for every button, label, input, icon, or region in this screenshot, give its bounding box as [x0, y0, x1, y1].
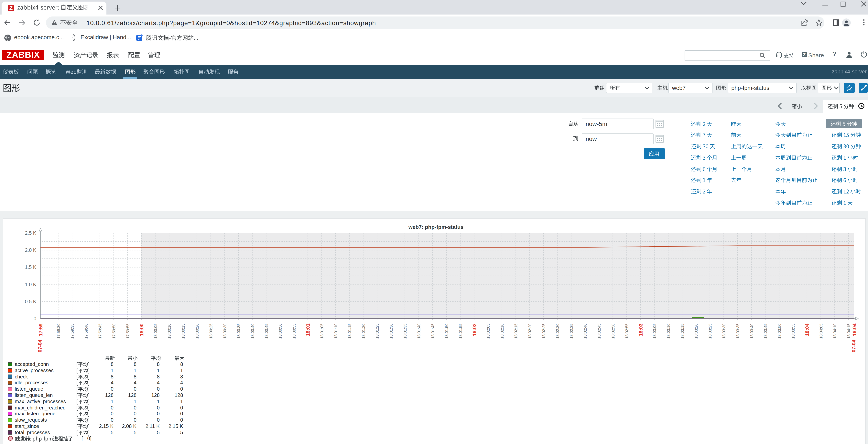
svg-text:18:02:15: 18:02:15: [514, 323, 518, 339]
svg-text:18:02: 18:02: [471, 323, 477, 336]
svg-text:18:00:50: 18:00:50: [278, 323, 282, 339]
svg-text:18:00:20: 18:00:20: [195, 323, 199, 339]
svg-text:1.5 K: 1.5 K: [25, 264, 36, 270]
svg-text:18:03:45: 18:03:45: [763, 323, 768, 339]
svg-text:18:02:40: 18:02:40: [583, 323, 587, 339]
svg-text:18:04:05: 18:04:05: [819, 323, 823, 339]
svg-text:18:03:15: 18:03:15: [680, 323, 684, 339]
svg-text:18:02:25: 18:02:25: [541, 323, 546, 339]
svg-text:18:03:10: 18:03:10: [666, 323, 671, 339]
svg-text:18:00:05: 18:00:05: [153, 323, 157, 339]
svg-text:18:03:55: 18:03:55: [791, 323, 795, 339]
svg-text:07-04: 07-04: [851, 340, 856, 352]
svg-text:18:02:50: 18:02:50: [611, 323, 615, 339]
svg-text:18:04: 18:04: [851, 323, 857, 336]
svg-text:18:00:25: 18:00:25: [209, 323, 213, 339]
svg-text:17:59:40: 17:59:40: [84, 323, 88, 339]
svg-text:18:03:40: 18:03:40: [749, 323, 754, 339]
svg-text:18:03:30: 18:03:30: [721, 323, 726, 339]
svg-text:18:02:10: 18:02:10: [500, 323, 504, 339]
svg-text:18:01:30: 18:01:30: [389, 323, 393, 339]
svg-text:18:01:05: 18:01:05: [319, 323, 324, 339]
svg-text:18:03: 18:03: [638, 323, 643, 336]
svg-text:17:59:35: 17:59:35: [70, 323, 74, 339]
svg-text:18:00:55: 18:00:55: [292, 323, 296, 339]
svg-text:18:00:45: 18:00:45: [264, 323, 269, 339]
svg-text:18:00: 18:00: [138, 323, 144, 336]
svg-text:18:01:20: 18:01:20: [361, 323, 366, 339]
svg-text:18:02:55: 18:02:55: [624, 323, 629, 339]
svg-text:1.0 K: 1.0 K: [25, 282, 36, 287]
svg-text:17:59:55: 17:59:55: [125, 323, 130, 339]
svg-text:18:01:45: 18:01:45: [431, 323, 435, 339]
svg-text:18:04: 18:04: [804, 323, 810, 336]
svg-text:17:59:45: 17:59:45: [98, 323, 102, 339]
svg-text:18:02:30: 18:02:30: [555, 323, 559, 339]
svg-text:0.5 K: 0.5 K: [25, 298, 36, 304]
svg-text:18:03:05: 18:03:05: [652, 323, 656, 339]
svg-text:18:03:50: 18:03:50: [777, 323, 781, 339]
svg-text:18:01:50: 18:01:50: [444, 323, 448, 339]
svg-text:07-04: 07-04: [37, 340, 42, 352]
svg-text:17:59:50: 17:59:50: [112, 323, 116, 339]
svg-text:18:02:05: 18:02:05: [486, 323, 490, 339]
svg-text:0: 0: [33, 316, 36, 321]
svg-text:18:03:35: 18:03:35: [736, 323, 740, 339]
svg-text:18:00:35: 18:00:35: [236, 323, 241, 339]
svg-text:18:01:40: 18:01:40: [416, 323, 421, 339]
svg-text:18:01:15: 18:01:15: [347, 323, 351, 339]
svg-text:18:02:20: 18:02:20: [527, 323, 532, 339]
svg-text:18:01:35: 18:01:35: [403, 323, 407, 339]
svg-text:17:59:30: 17:59:30: [56, 323, 61, 339]
svg-text:18:03:20: 18:03:20: [694, 323, 698, 339]
svg-text:18:00:30: 18:00:30: [222, 323, 227, 339]
svg-text:18:01:55: 18:01:55: [458, 323, 463, 339]
svg-text:18:01:25: 18:01:25: [375, 323, 379, 339]
svg-text:2.0 K: 2.0 K: [25, 247, 36, 253]
svg-text:17:59: 17:59: [38, 323, 43, 336]
svg-text:18:00:40: 18:00:40: [250, 323, 254, 339]
svg-text:18:00:10: 18:00:10: [167, 323, 171, 339]
svg-text:18:01:10: 18:01:10: [334, 323, 338, 339]
svg-text:18:02:35: 18:02:35: [569, 323, 574, 339]
svg-text:18:04:15: 18:04:15: [846, 323, 851, 339]
svg-text:18:02:45: 18:02:45: [597, 323, 601, 339]
svg-text:2.5 K: 2.5 K: [25, 230, 36, 235]
svg-text:18:00:15: 18:00:15: [181, 323, 185, 339]
svg-text:18:01: 18:01: [305, 323, 310, 336]
svg-text:18:03:25: 18:03:25: [708, 323, 712, 339]
svg-text:18:04:10: 18:04:10: [833, 323, 837, 339]
